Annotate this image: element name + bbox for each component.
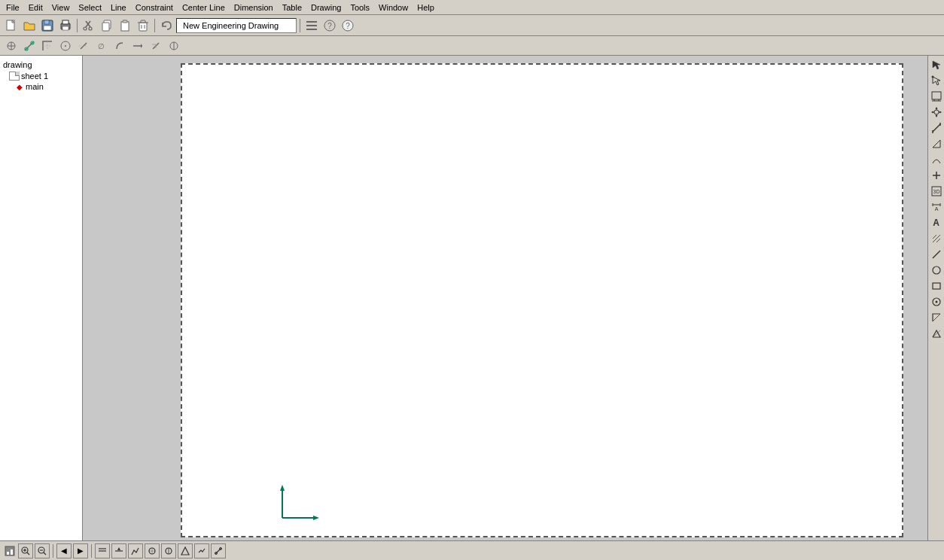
right-btn-fillet[interactable] [929, 294, 944, 309]
svg-line-90 [933, 314, 940, 321]
cut-button[interactable] [81, 17, 97, 34]
menu-center-line[interactable]: Center Line [178, 2, 230, 13]
menu-window[interactable]: Window [374, 2, 413, 13]
right-btn-arc-snap[interactable] [929, 152, 944, 167]
svg-marker-53 [933, 61, 940, 69]
menu-constraint[interactable]: Constraint [131, 2, 178, 13]
svg-rect-24 [306, 29, 317, 30]
svg-point-86 [933, 266, 940, 274]
snap-btn-3[interactable] [39, 38, 56, 54]
tool-b7[interactable] [194, 543, 209, 558]
help-button[interactable]: ? [321, 17, 338, 34]
svg-marker-62 [935, 107, 937, 109]
menu-file[interactable]: File [2, 2, 24, 13]
svg-point-55 [931, 76, 933, 78]
right-btn-text[interactable]: A [929, 215, 944, 230]
status-sep-2 [91, 544, 92, 558]
right-btn-zoom-fit[interactable] [929, 89, 944, 104]
paste-button[interactable] [117, 17, 133, 34]
undo-button[interactable] [158, 17, 175, 34]
svg-text:A: A [934, 206, 938, 212]
zoom-out-button[interactable] [35, 543, 50, 558]
right-btn-circle-draw[interactable] [929, 263, 944, 278]
tool-b1[interactable] [95, 543, 110, 558]
menu-help[interactable]: Help [413, 2, 439, 13]
right-btn-hatch[interactable] [929, 231, 944, 246]
right-btn-line-draw[interactable] [929, 247, 944, 262]
main-icon: ◆ [17, 83, 23, 91]
right-btn-triangle[interactable] [929, 136, 944, 151]
tool-b3[interactable] [128, 543, 143, 558]
menu-dimension[interactable]: Dimension [230, 2, 278, 13]
svg-rect-8 [62, 26, 69, 30]
snap-btn-5[interactable] [75, 38, 92, 54]
svg-marker-52 [313, 516, 319, 520]
tree-sheet-1[interactable]: sheet 1 [3, 71, 79, 81]
snap-btn-7[interactable] [111, 38, 128, 54]
svg-line-85 [933, 251, 940, 258]
snap-btn-1[interactable] [3, 38, 20, 54]
snap-btn-8[interactable] [129, 38, 146, 54]
right-btn-grid[interactable]: 3D [929, 184, 944, 199]
right-btn-line-snap[interactable] [929, 168, 944, 183]
svg-marker-66 [931, 111, 933, 114]
snap-btn-2[interactable] [21, 38, 38, 54]
svg-line-112 [215, 548, 221, 554]
save-button[interactable] [39, 17, 56, 34]
svg-line-101 [44, 552, 46, 555]
menu-select[interactable]: Select [74, 2, 106, 13]
zoom-in-button[interactable] [18, 543, 33, 558]
canvas-area[interactable] [83, 56, 927, 540]
svg-point-38 [65, 45, 66, 47]
menu-tools[interactable]: Tools [346, 2, 374, 13]
separator-2 [154, 19, 155, 32]
snap-btn-10[interactable] [166, 38, 182, 54]
tool-b6[interactable] [178, 543, 193, 558]
right-btn-rect-draw[interactable] [929, 278, 944, 294]
tool-b4[interactable] [145, 543, 160, 558]
svg-text:?: ? [327, 22, 332, 30]
new-button[interactable] [3, 17, 20, 34]
nav-forward-button[interactable]: ▶ [73, 543, 88, 558]
right-btn-node[interactable] [929, 73, 944, 88]
tool-b5[interactable] [161, 543, 176, 558]
tree-main[interactable]: ◆ main [3, 81, 79, 92]
menu-table[interactable]: Table [278, 2, 306, 13]
tool-b8[interactable] [211, 543, 226, 558]
right-btn-measure[interactable] [929, 120, 944, 135]
menu-line[interactable]: Line [106, 2, 131, 13]
svg-point-12 [89, 27, 92, 30]
help2-button[interactable]: ? [340, 17, 356, 34]
snap-btn-9[interactable] [148, 38, 164, 54]
svg-line-98 [27, 552, 29, 555]
svg-marker-68 [939, 111, 942, 114]
right-btn-select[interactable] [929, 57, 944, 72]
menu-bar: File Edit View Select Line Constraint Ce… [0, 0, 944, 15]
nav-back-button[interactable]: ◀ [56, 543, 72, 558]
snap-toolbar: ∅ [0, 36, 944, 56]
open-button[interactable] [21, 17, 38, 34]
snap-btn-6[interactable]: ∅ [93, 38, 110, 54]
svg-marker-54 [933, 77, 940, 85]
svg-line-73 [933, 140, 940, 148]
svg-rect-94 [11, 549, 13, 555]
tool-b2[interactable] [111, 543, 126, 558]
copy-button[interactable] [99, 17, 115, 34]
snap-btn-4[interactable] [57, 38, 74, 54]
delete-button[interactable] [135, 17, 151, 34]
svg-rect-14 [102, 23, 109, 31]
svg-line-84 [936, 239, 940, 242]
right-btn-unknown1[interactable] [929, 310, 944, 325]
right-btn-unknown2[interactable] [929, 326, 944, 341]
print-button[interactable] [57, 17, 74, 34]
menu-view[interactable]: View [47, 2, 75, 13]
separator-3 [300, 19, 300, 32]
menu-edit[interactable]: Edit [24, 2, 47, 13]
menu-drawing[interactable]: Drawing [306, 2, 346, 13]
right-btn-dim[interactable]: A [929, 199, 944, 215]
svg-rect-56 [932, 92, 941, 99]
svg-text:3D: 3D [933, 189, 939, 194]
drawing-border [181, 63, 903, 537]
right-btn-pan[interactable] [929, 105, 944, 120]
view-options-button[interactable] [303, 17, 320, 34]
